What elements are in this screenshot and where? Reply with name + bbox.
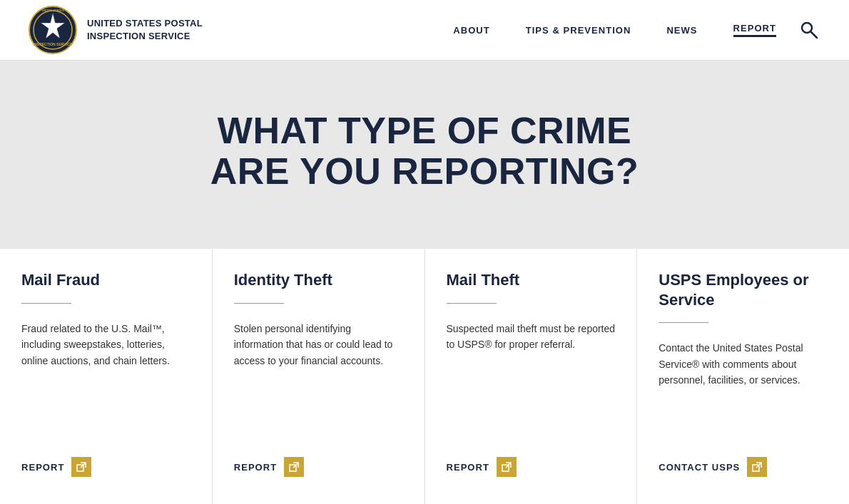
mail-theft-title: Mail Theft (447, 270, 616, 290)
external-link-icon-2 (284, 457, 304, 477)
usps-logo-icon: INSPECTION SERVICE UNITED STATES (29, 6, 77, 54)
identity-theft-description: Stolen personal identifying information … (234, 321, 403, 429)
usps-employees-title: USPS Employees or Service (659, 270, 828, 309)
card-divider-3 (447, 303, 497, 304)
usps-employees-card: USPS Employees or Service Contact the Un… (637, 249, 849, 504)
identity-theft-report-link[interactable]: REPORT (234, 457, 403, 477)
search-button[interactable] (798, 19, 820, 41)
mail-fraud-description: Fraud related to the U.S. Mail™, includi… (21, 321, 190, 429)
site-logo[interactable]: INSPECTION SERVICE UNITED STATES UNITED … (29, 6, 203, 54)
card-divider-4 (659, 322, 708, 323)
mail-fraud-title: Mail Fraud (21, 270, 190, 290)
svg-text:UNITED STATES: UNITED STATES (41, 9, 64, 12)
site-header: INSPECTION SERVICE UNITED STATES UNITED … (0, 0, 849, 61)
nav-news[interactable]: NEWS (666, 25, 697, 36)
external-link-icon-4 (747, 457, 767, 477)
identity-theft-link-label: REPORT (234, 462, 277, 473)
hero-title: WHAT TYPE OF CRIME ARE YOU REPORTING? (29, 110, 820, 192)
main-nav: ABOUT TIPS & PREVENTION NEWS REPORT (453, 23, 776, 37)
external-link-icon-3 (497, 457, 517, 477)
mail-fraud-card: Mail Fraud Fraud related to the U.S. Mai… (0, 249, 213, 504)
nav-about[interactable]: ABOUT (453, 25, 489, 36)
mail-theft-report-link[interactable]: REPORT (447, 457, 616, 477)
mail-theft-card: Mail Theft Suspected mail theft must be … (425, 249, 638, 504)
nav-report[interactable]: REPORT (733, 23, 776, 37)
crime-cards-section: Mail Fraud Fraud related to the U.S. Mai… (0, 249, 849, 504)
mail-theft-link-label: REPORT (447, 462, 489, 473)
identity-theft-card: Identity Theft Stolen personal identifyi… (213, 249, 425, 504)
identity-theft-title: Identity Theft (234, 270, 403, 290)
logo-text: UNITED STATES POSTAL INSPECTION SERVICE (87, 17, 203, 43)
nav-tips[interactable]: TIPS & PREVENTION (526, 25, 631, 36)
svg-line-6 (811, 32, 818, 38)
hero-section: WHAT TYPE OF CRIME ARE YOU REPORTING? (0, 61, 849, 249)
search-icon (800, 21, 818, 39)
card-divider-2 (234, 303, 284, 304)
external-link-icon-1 (71, 457, 91, 477)
mail-theft-description: Suspected mail theft must be reported to… (447, 321, 616, 429)
usps-contact-link-label: CONTACT USPS (659, 462, 740, 473)
usps-contact-link[interactable]: CONTACT USPS (659, 457, 828, 477)
mail-fraud-link-label: REPORT (21, 462, 64, 473)
mail-fraud-report-link[interactable]: REPORT (21, 457, 190, 477)
card-divider-1 (21, 303, 71, 304)
usps-employees-description: Contact the United States Postal Service… (659, 340, 828, 428)
svg-text:INSPECTION SERVICE: INSPECTION SERVICE (34, 42, 72, 46)
